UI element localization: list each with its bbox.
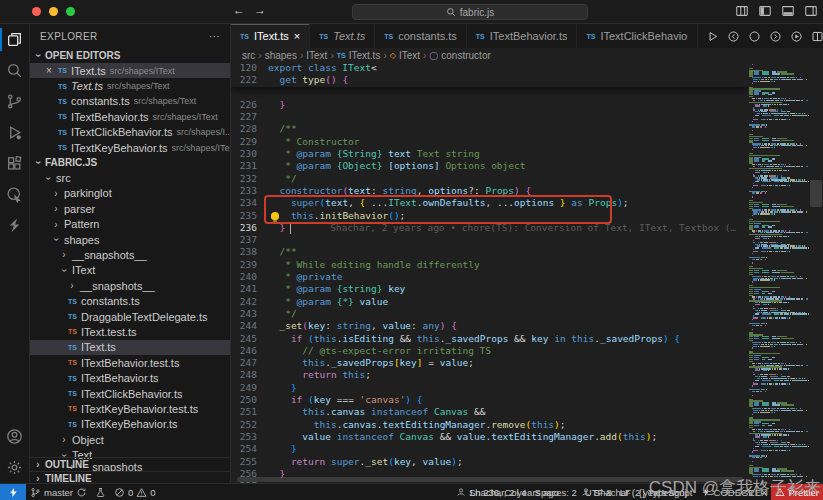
run-icon[interactable] xyxy=(706,30,719,43)
line-number[interactable]: 227 xyxy=(231,111,257,123)
nav-back-icon[interactable] xyxy=(727,30,740,43)
history-forward-icon[interactable]: → xyxy=(254,3,266,17)
tree-file-itextbehavior-test-ts[interactable]: TSITextBehavior.test.ts xyxy=(30,355,230,370)
line-number[interactable]: 231 xyxy=(231,160,257,172)
tree-folder--snapshots-[interactable]: ›__snapshots__ xyxy=(30,278,230,293)
line-number[interactable]: 251 xyxy=(231,406,257,418)
toggle-secondary-sidebar-icon[interactable] xyxy=(804,4,818,18)
code-line[interactable]: 226 } xyxy=(231,99,748,111)
split-editor-icon[interactable] xyxy=(811,30,823,43)
line-number[interactable]: 248 xyxy=(231,369,257,381)
code-line[interactable] xyxy=(231,87,748,99)
account-icon[interactable] xyxy=(0,421,29,452)
views-more-actions-icon[interactable]: ··· xyxy=(209,31,220,42)
line-number[interactable]: 250 xyxy=(231,394,257,406)
code-line[interactable]: 251 this.canvas instanceof Canvas && xyxy=(231,406,748,418)
tree-file-itextkeybehavior-ts[interactable]: TSITextKeyBehavior.ts xyxy=(30,417,230,432)
line-number[interactable]: 247 xyxy=(231,357,257,369)
code-line[interactable]: 120export class IText< xyxy=(231,62,748,74)
line-number[interactable]: 238 xyxy=(231,246,257,258)
open-editor-item[interactable]: ×TSIText.tssrc/shapes/IText xyxy=(30,63,230,78)
code-line[interactable]: 230 * @param {String} text Text string xyxy=(231,148,748,160)
code-line[interactable]: 227 xyxy=(231,111,748,123)
tab-text.ts[interactable]: TSText.ts xyxy=(310,24,375,48)
code-line[interactable]: 229 * Constructor xyxy=(231,136,748,148)
history-back-icon[interactable]: ← xyxy=(233,3,245,17)
line-number[interactable]: 222 xyxy=(231,74,257,86)
tree-folder-itext[interactable]: ›IText xyxy=(30,263,230,278)
timeline-section-header[interactable]: › TIMELINE xyxy=(30,471,230,483)
breadcrumb-item-itext-ts[interactable]: TSIText.ts xyxy=(337,50,381,61)
code-line[interactable]: 247 this._savedProps[key] = value; xyxy=(231,357,748,369)
code-line[interactable]: 244 _set(key: string, value: any) { xyxy=(231,320,748,332)
problems-status[interactable]: 00 xyxy=(110,484,160,500)
nav-circle-icon[interactable] xyxy=(748,30,761,43)
command-center-search[interactable]: fabric.js xyxy=(352,4,588,20)
sticky-scroll[interactable]: 120export class IText<222 get type() { xyxy=(231,62,748,87)
vertical-scrollbar[interactable] xyxy=(810,180,822,207)
code-line[interactable]: 245 if (this.isEditing && this._savedPro… xyxy=(231,333,748,345)
line-number[interactable]: 235 xyxy=(231,210,257,222)
tree-file-itext-ts[interactable]: TSIText.ts xyxy=(30,340,230,355)
open-editor-item[interactable]: TSITextBehavior.tssrc/shapes/IText xyxy=(30,109,230,124)
tree-file-draggabletextdelegate-ts[interactable]: TSDraggableTextDelegate.ts xyxy=(30,309,230,324)
tab-itextbehavior.ts[interactable]: TSITextBehavior.ts xyxy=(467,24,578,48)
toggle-panel-icon[interactable] xyxy=(781,4,795,18)
outline-section-header[interactable]: › OUTLINE xyxy=(30,457,230,471)
code-line[interactable]: 232 */ xyxy=(231,173,748,185)
tree-file-itext-test-ts[interactable]: TSIText.test.ts xyxy=(30,324,230,339)
close-editor-icon[interactable]: × xyxy=(44,65,54,76)
tab-itextclickbehavior.ts[interactable]: TSITextClickBehavior.ts xyxy=(577,24,698,48)
tree-folder-pattern[interactable]: ›Pattern xyxy=(30,217,230,232)
line-number[interactable]: 243 xyxy=(231,308,257,320)
line-number[interactable]: 226 xyxy=(231,99,257,111)
line-number[interactable]: 246 xyxy=(231,345,257,357)
extensions-icon[interactable] xyxy=(0,148,29,179)
code-editor[interactable]: 226 }227228 /**229 * Constructor230 * @p… xyxy=(231,62,748,483)
line-number[interactable]: 230 xyxy=(231,148,257,160)
codegeex-icon[interactable] xyxy=(0,210,29,241)
lightbulb-icon[interactable] xyxy=(271,212,279,220)
tree-file-constants-ts[interactable]: TSconstants.ts xyxy=(30,293,230,308)
nav-forward-icon[interactable] xyxy=(769,30,782,43)
close-tab-icon[interactable]: × xyxy=(294,30,300,42)
line-number[interactable]: 254 xyxy=(231,443,257,455)
tree-folder-parkinglot[interactable]: ›parkinglot xyxy=(30,186,230,201)
minimap[interactable] xyxy=(749,62,809,477)
tree-file-itextkeybehavior-test-ts[interactable]: TSITextKeyBehavior.test.ts xyxy=(30,401,230,416)
line-number[interactable]: 241 xyxy=(231,283,257,295)
git-branch-status[interactable]: master xyxy=(26,484,91,500)
line-number[interactable]: 244 xyxy=(231,320,257,332)
pointer-extension-icon[interactable] xyxy=(0,179,29,210)
code-line[interactable]: 249 } xyxy=(231,382,748,394)
open-editor-item[interactable]: TSITextKeyBehavior.tssrc/shapes/IText xyxy=(30,140,230,155)
line-number[interactable] xyxy=(231,87,257,99)
tree-folder--snapshots-[interactable]: ›__snapshots__ xyxy=(30,247,230,262)
open-editors-header[interactable]: › OPEN EDITORS xyxy=(30,48,230,63)
code-line[interactable]: 255 return super._set(key, value); xyxy=(231,456,748,468)
customize-layout-icon[interactable] xyxy=(735,4,749,18)
line-number[interactable]: 252 xyxy=(231,419,257,431)
line-number[interactable]: 242 xyxy=(231,296,257,308)
remote-indicator[interactable] xyxy=(0,484,26,500)
open-editor-item[interactable]: TSText.tssrc/shapes/Text xyxy=(30,78,230,93)
code-line[interactable]: 238 /** xyxy=(231,246,748,258)
tree-folder-shapes[interactable]: ›shapes xyxy=(30,232,230,247)
code-line[interactable]: 228 /** xyxy=(231,123,748,135)
close-window-icon[interactable] xyxy=(32,7,41,16)
code-line[interactable]: 253 value instanceof Canvas && value.tex… xyxy=(231,431,748,443)
code-line[interactable]: 243 */ xyxy=(231,308,748,320)
minimize-window-icon[interactable] xyxy=(49,7,58,16)
tree-file-itextbehavior-ts[interactable]: TSITextBehavior.ts xyxy=(30,370,230,385)
line-number[interactable]: 239 xyxy=(231,259,257,271)
line-number[interactable]: 120 xyxy=(231,62,257,74)
toggle-sidebar-icon[interactable] xyxy=(758,4,772,18)
maximize-window-icon[interactable] xyxy=(66,7,75,16)
code-line[interactable]: 241 * @param {string} key xyxy=(231,283,748,295)
code-line[interactable]: 252 this.canvas.textEditingManager.remov… xyxy=(231,419,748,431)
line-number[interactable]: 237 xyxy=(231,234,257,246)
tab-constants.ts[interactable]: TSconstants.ts xyxy=(375,24,467,48)
code-line[interactable]: 240 * @private xyxy=(231,271,748,283)
tree-folder-src[interactable]: ›src xyxy=(30,170,230,185)
line-number[interactable]: 240 xyxy=(231,271,257,283)
